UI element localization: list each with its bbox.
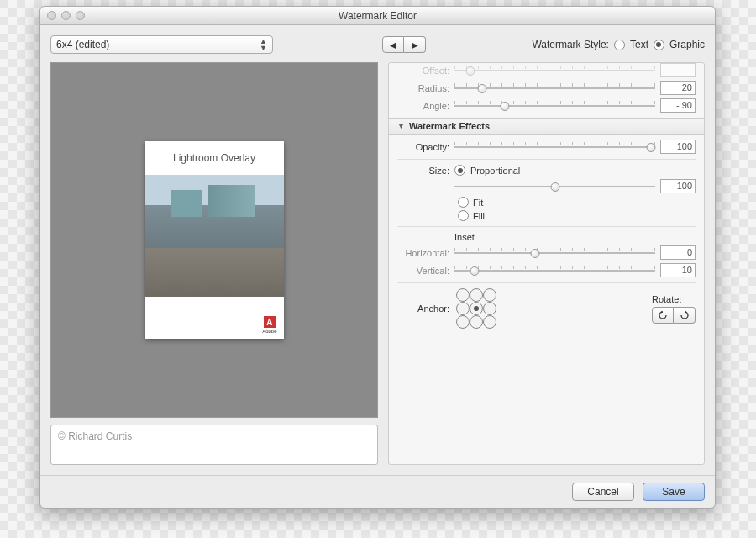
radius-slider[interactable] <box>454 82 655 95</box>
rotate-cw-icon <box>680 311 690 319</box>
vertical-row: Vertical: 10 <box>397 263 696 277</box>
anchor-center[interactable] <box>470 302 483 315</box>
size-row: Size: Proportional <box>397 165 696 176</box>
angle-slider[interactable] <box>454 99 655 113</box>
top-row: 6x4 (edited) ▲▼ ◀ ▶ Watermark Style: Tex… <box>50 35 705 54</box>
opacity-value[interactable]: 100 <box>660 140 696 154</box>
inset-label: Inset <box>454 232 475 242</box>
preview-document: Lightroom Overlay A Adobe <box>145 141 284 339</box>
size-proportional-radio[interactable] <box>454 165 465 176</box>
horizontal-label: Horizontal: <box>397 248 449 258</box>
size-value[interactable]: 100 <box>660 179 696 193</box>
copyright-text: © Richard Curtis <box>58 430 132 442</box>
save-button[interactable]: Save <box>643 483 705 501</box>
offset-slider[interactable] <box>454 64 655 77</box>
vertical-label: Vertical: <box>397 266 449 276</box>
cancel-button[interactable]: Cancel <box>572 483 634 501</box>
rotate-label: Rotate: <box>652 294 696 304</box>
footer: Cancel Save <box>40 475 715 508</box>
offset-row: Offset: <box>397 63 696 77</box>
preset-value: 6x4 (edited) <box>56 39 109 50</box>
opacity-slider[interactable] <box>454 140 655 154</box>
size-label: Size: <box>397 166 449 176</box>
preview-photo <box>145 175 284 297</box>
nav-buttons: ◀ ▶ <box>382 36 426 53</box>
preview-area: Lightroom Overlay A Adobe <box>50 62 378 418</box>
vertical-slider[interactable] <box>454 264 655 277</box>
style-label: Watermark Style: <box>532 39 609 50</box>
size-slider-row: 100 <box>397 179 696 193</box>
size-slider[interactable] <box>454 180 655 193</box>
preset-dropdown[interactable]: 6x4 (edited) ▲▼ <box>50 35 273 54</box>
angle-row: Angle: - 90 <box>397 98 696 113</box>
style-text-label: Text <box>630 39 648 50</box>
rotate-cw-button[interactable] <box>674 307 696 324</box>
size-fill-label: Fill <box>473 211 485 221</box>
anchor-grid[interactable] <box>456 288 496 329</box>
divider <box>397 159 696 160</box>
anchor-label: Anchor: <box>397 303 449 314</box>
horizontal-row: Horizontal: 0 <box>397 245 696 260</box>
radius-label: Radius: <box>397 83 449 93</box>
size-fill-radio[interactable] <box>458 210 469 221</box>
radius-value[interactable]: 20 <box>660 81 696 95</box>
chevron-down-icon: ▼ <box>397 122 405 130</box>
anchor-row: Anchor: Rotate: <box>397 288 696 329</box>
settings-panel[interactable]: Offset: Radius: 20 Angle: <box>388 62 705 465</box>
nav-prev-button[interactable]: ◀ <box>382 36 404 53</box>
watermark-editor-window: Watermark Editor 6x4 (edited) ▲▼ ◀ ▶ Wat… <box>39 6 716 509</box>
size-fit-label: Fit <box>473 198 483 208</box>
left-column: Lightroom Overlay A Adobe © Richard Curt… <box>50 62 378 465</box>
effects-title: Watermark Effects <box>409 121 490 131</box>
size-fit-radio[interactable] <box>458 197 469 208</box>
style-graphic-label: Graphic <box>669 39 705 50</box>
offset-label: Offset: <box>397 66 449 76</box>
effects-header[interactable]: ▼ Watermark Effects <box>389 118 704 134</box>
horizontal-slider[interactable] <box>454 246 655 260</box>
window-title: Watermark Editor <box>40 10 715 22</box>
radius-row: Radius: 20 <box>397 81 696 95</box>
adobe-logo-icon: A <box>264 316 276 328</box>
nav-next-button[interactable]: ▶ <box>404 36 426 53</box>
main-row: Lightroom Overlay A Adobe © Richard Curt… <box>50 62 705 465</box>
preview-footer: A Adobe <box>145 297 284 339</box>
size-proportional-label: Proportional <box>470 166 520 176</box>
style-graphic-radio[interactable] <box>654 40 664 50</box>
offset-value[interactable] <box>660 63 696 77</box>
style-text-radio[interactable] <box>614 40 625 50</box>
opacity-label: Opacity: <box>397 142 449 152</box>
rotate-ccw-button[interactable] <box>652 307 674 324</box>
updown-icon: ▲▼ <box>260 38 267 51</box>
titlebar: Watermark Editor <box>40 7 715 25</box>
content: 6x4 (edited) ▲▼ ◀ ▶ Watermark Style: Tex… <box>40 25 715 475</box>
opacity-row: Opacity: 100 <box>397 140 696 154</box>
vertical-value[interactable]: 10 <box>660 263 696 277</box>
divider <box>397 226 696 227</box>
copyright-field[interactable]: © Richard Curtis <box>50 425 378 465</box>
overlay-text: Lightroom Overlay <box>145 141 284 175</box>
rotate-group: Rotate: <box>652 294 696 324</box>
size-options: Fit Fill <box>458 197 696 221</box>
angle-value[interactable]: - 90 <box>660 98 696 113</box>
adobe-logo-label: Adobe <box>262 329 276 334</box>
divider <box>397 282 696 283</box>
adobe-logo: A Adobe <box>262 316 276 334</box>
rotate-ccw-icon <box>658 311 668 319</box>
horizontal-value[interactable]: 0 <box>660 245 696 260</box>
angle-label: Angle: <box>397 101 449 111</box>
watermark-style-row: Watermark Style: Text Graphic <box>532 39 705 50</box>
